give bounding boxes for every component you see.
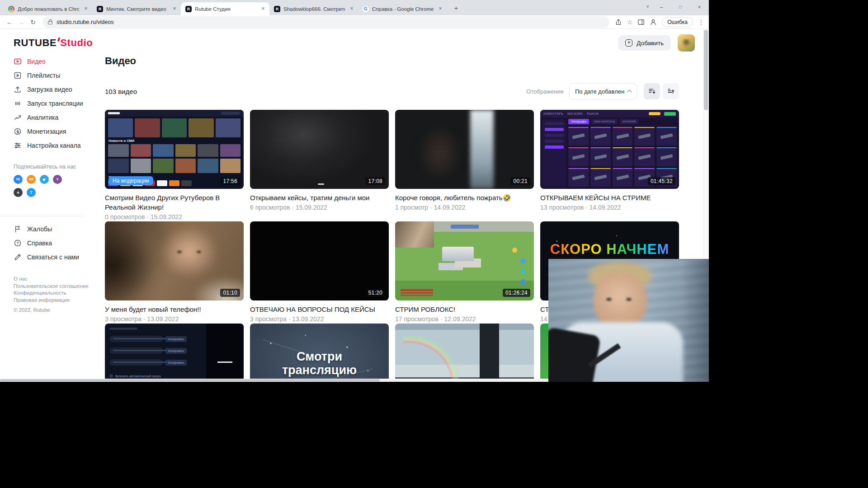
close-tab-icon[interactable]: × xyxy=(437,5,444,13)
video-title[interactable]: Короче говоря, любитель пожрать🤣 xyxy=(395,193,534,202)
sidebar-item-label: Жалобы xyxy=(27,225,52,233)
close-tab-icon[interactable]: × xyxy=(82,5,90,13)
sidebar-item-help[interactable]: ? Справка xyxy=(0,236,84,250)
video-thumbnail[interactable]: 01:26:24 xyxy=(395,221,534,300)
video-title[interactable]: У меня будет новый телефон!! xyxy=(105,305,244,314)
url-text[interactable]: studio.rutube.ru/videos xyxy=(57,19,113,25)
moderation-badge: На модерации xyxy=(108,176,153,185)
tab-rutube-studio[interactable]: Rutube Студия × xyxy=(181,2,269,15)
video-thumbnail[interactable]: Новости и СМИ ТВ-каналы На модерации 17:… xyxy=(105,110,244,189)
video-title[interactable]: Смотрим Видео Других Рутуберов В Реально… xyxy=(105,193,244,212)
sort-direction-buttons xyxy=(644,83,679,99)
video-card[interactable]: Копировать Копировать Копировать Включит… xyxy=(105,324,244,382)
video-thumbnail[interactable]: 00:21 xyxy=(395,110,534,189)
telegram-icon[interactable] xyxy=(40,175,49,184)
sidebar-item-label: Плейлисты xyxy=(27,72,60,79)
side-panel-icon[interactable] xyxy=(637,19,645,26)
browser-toolbar: ← → ↻ studio.rutube.ru/videos ☆ Ошибка ⋮ xyxy=(0,15,709,29)
video-card[interactable]: ИНВЕНТАРЬ МАГАЗИН РЫНОК ПЛОЩАДКА МОИ ЗАП… xyxy=(540,110,679,212)
sidebar-item-upload[interactable]: Загрузка видео xyxy=(0,82,96,96)
tab-search-icon[interactable]: ∨ xyxy=(646,4,649,9)
video-card[interactable]: 51:20 ОТВЕЧАЮ НА ВОПРОСЫ ПОД КЕЙСЫ 3 про… xyxy=(250,221,389,324)
video-title[interactable]: СТРИМ РОБЛОКС! xyxy=(395,305,534,314)
rutube-studio-logo[interactable]: RUTUBE Studio xyxy=(14,37,93,49)
video-thumbnail[interactable]: 17:08 xyxy=(250,110,389,189)
bookmark-star-icon[interactable]: ☆ xyxy=(627,19,633,26)
more-socials-icon[interactable] xyxy=(14,188,23,197)
address-bar[interactable]: studio.rutube.ru/videos xyxy=(42,16,609,28)
video-thumbnail[interactable]: 51:20 xyxy=(250,221,389,300)
channel-avatar[interactable] xyxy=(678,34,695,52)
sidebar-item-label: Связаться с нами xyxy=(27,253,79,261)
viber-icon[interactable] xyxy=(53,175,62,184)
legal-link-privacy[interactable]: Конфиденциальность xyxy=(14,290,96,297)
video-card[interactable] xyxy=(395,324,534,382)
thumbnail-art xyxy=(542,119,566,187)
rutube-favicon xyxy=(185,6,192,12)
playlists-icon xyxy=(14,71,22,80)
horizontal-scrollbar-thumb[interactable] xyxy=(0,379,380,381)
video-title[interactable]: Открываем кейсы, тратим деньги мои xyxy=(250,193,389,202)
sidebar-item-channel-settings[interactable]: Настройка канала xyxy=(0,138,96,152)
new-tab-button[interactable]: + xyxy=(450,2,462,14)
video-card[interactable]: 01:26:24 СТРИМ РОБЛОКС! 17 просмотров · … xyxy=(395,221,534,324)
error-profile-badge[interactable]: Ошибка xyxy=(662,17,693,27)
webcam-overlay[interactable] xyxy=(548,259,709,382)
twitter-icon[interactable] xyxy=(27,188,36,197)
video-title[interactable]: ОТКРЫВАЕМ КЕЙСЫ НА СТРИМЕ xyxy=(540,193,679,202)
video-card[interactable]: 00:21 Короче говоря, любитель пожрать🤣 1… xyxy=(395,110,534,212)
close-tab-icon[interactable]: × xyxy=(259,5,267,13)
video-thumbnail[interactable]: ИНВЕНТАРЬ МАГАЗИН РЫНОК ПЛОЩАДКА МОИ ЗАП… xyxy=(540,110,679,189)
close-tab-icon[interactable]: × xyxy=(348,5,355,13)
copyright: © 2022, Rutube xyxy=(14,307,96,313)
sort-dropdown[interactable]: По дате добавления xyxy=(569,83,637,99)
sidebar-item-complaints[interactable]: Жалобы xyxy=(0,222,84,236)
legal-link-legal-info[interactable]: Правовая информация xyxy=(14,297,96,304)
video-card[interactable]: 01:10 У меня будет новый телефон!! 3 про… xyxy=(105,221,244,324)
broadcast-icon xyxy=(14,99,22,108)
thumb-art-label: Новости и СМИ xyxy=(108,139,134,143)
browser-menu-icon[interactable]: ⋮ xyxy=(698,19,704,26)
thumbnail-art: Копировать xyxy=(109,336,187,342)
video-card[interactable]: 17:08 Открываем кейсы, тратим деньги мои… xyxy=(250,110,389,212)
forward-icon[interactable]: → xyxy=(15,16,27,28)
video-thumbnail[interactable]: Смотри трансляцию xyxy=(250,324,389,382)
sidebar-item-contact[interactable]: Связаться с нами xyxy=(0,250,84,264)
back-icon[interactable]: ← xyxy=(4,16,15,28)
sort-descending-button[interactable] xyxy=(644,83,660,99)
video-thumbnail[interactable] xyxy=(395,324,534,382)
sidebar-item-monetization[interactable]: Монетизация xyxy=(0,124,96,138)
tab-chrome-welcome[interactable]: Добро пожаловать в Chrome! × xyxy=(4,2,92,15)
video-card[interactable]: Смотри трансляцию xyxy=(250,324,389,382)
close-window-button[interactable]: × xyxy=(690,0,709,14)
video-card[interactable]: Новости и СМИ ТВ-каналы На модерации 17:… xyxy=(105,110,244,221)
video-meta: 0 просмотров · 15.09.2022 xyxy=(105,213,244,221)
vertical-scrollbar-thumb[interactable] xyxy=(704,30,708,110)
legal-link-terms[interactable]: Пользовательское соглашение xyxy=(14,283,96,290)
close-tab-icon[interactable]: × xyxy=(171,5,178,13)
sidebar-item-analytics[interactable]: Аналитика xyxy=(0,110,96,124)
minimize-button[interactable]: – xyxy=(652,0,671,14)
legal-link-about[interactable]: О нас xyxy=(14,276,96,283)
sidebar-item-videos[interactable]: Видео xyxy=(0,54,96,68)
contact-icon xyxy=(14,253,22,261)
sort-ascending-button[interactable] xyxy=(663,83,679,99)
video-thumbnail[interactable]: 01:10 xyxy=(105,221,244,300)
tab-mintik[interactable]: Минтик. Смотрите видео онла... × xyxy=(92,2,181,15)
channel-settings-icon xyxy=(14,141,22,150)
odnoklassniki-icon[interactable] xyxy=(27,175,36,184)
tab-shadowklop[interactable]: Shadowklop666. Смотрите виде... × xyxy=(269,2,358,15)
tab-help[interactable]: Справка - Google Chrome × xyxy=(358,2,447,15)
sidebar-item-label: Запуск трансляции xyxy=(27,100,83,107)
share-icon[interactable] xyxy=(615,19,622,26)
vk-icon[interactable] xyxy=(14,175,23,184)
reload-icon[interactable]: ↻ xyxy=(27,16,39,28)
video-meta: 3 просмотра · 13.09.2022 xyxy=(250,315,389,324)
sidebar-item-playlists[interactable]: Плейлисты xyxy=(0,68,96,82)
maximize-button[interactable]: □ xyxy=(671,0,690,14)
video-title[interactable]: ОТВЕЧАЮ НА ВОПРОСЫ ПОД КЕЙСЫ xyxy=(250,305,389,314)
video-thumbnail[interactable]: Копировать Копировать Копировать Включит… xyxy=(105,324,244,382)
sidebar-item-broadcast[interactable]: Запуск трансляции xyxy=(0,96,96,110)
profile-icon[interactable] xyxy=(650,19,657,26)
lock-icon[interactable] xyxy=(48,21,52,24)
